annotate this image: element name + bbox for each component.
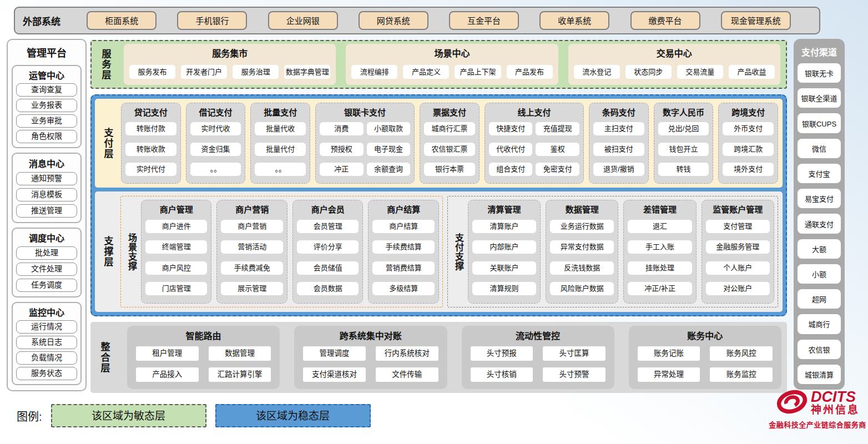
external-system-box: 网贷系统 (359, 11, 428, 30)
legend-stable-box: 该区域为稳态层 (215, 404, 371, 427)
payment-item: 快捷支付 (489, 122, 533, 135)
payment-item: 境外支付 (723, 163, 774, 176)
payment-item: 兑出/兑回 (658, 122, 709, 135)
dcits-swirl-icon (775, 389, 809, 417)
sidebar-item: 业务审批 (16, 114, 77, 128)
support-item: 支付管理 (706, 220, 770, 233)
payment-item: 组合支付 (489, 163, 533, 176)
integration-item: 汇路计算引擎 (209, 367, 271, 382)
integration-item: 产品接入 (136, 367, 199, 382)
integration-item: 账务监控 (710, 367, 773, 382)
payment-item: 被扫支付 (593, 143, 644, 156)
payment-column-title: 银联卡支付 (320, 105, 410, 119)
support-item: 手工入账 (628, 240, 692, 254)
support-item: 会员数据 (297, 282, 359, 295)
payment-items: 消费小额取款预授权电子现金冲正余额查询 (320, 119, 410, 179)
service-panel: 场景中心流程编排产品定义产品上下架产品发布 (346, 44, 558, 85)
integration-layer: 整合层 智能路由租户管理数据管理产品接入汇路计算引擎跨系统集中对账管理调度行内系… (90, 322, 787, 393)
support-column: 商户营销商户营销营销活动手续费减免展示管理 (216, 200, 287, 304)
support-column: 数据管理业务运行数据异常支付数据反洗钱数据风险账户数据 (546, 200, 618, 304)
integration-item: 异常处理 (638, 367, 700, 382)
payment-column: 跨境支付外币支付跨境汇款境外支付 (718, 103, 778, 184)
support-section-label: 支付支撑 (451, 200, 466, 304)
support-item: 门店管理 (145, 282, 207, 295)
support-item: 营销费结算 (372, 261, 434, 275)
dcits-name: 神州信息 (811, 404, 860, 416)
service-panel: 服务集市服务发布开发者门户服务治理数据字典管理 (124, 44, 336, 85)
sidebar-group-title: 调度中心 (15, 230, 78, 245)
support-items: 支付管理金融服务管理个人账户对公账户 (706, 216, 770, 299)
payment-item: 免密支付 (536, 163, 579, 176)
support-item: 个人账户 (706, 261, 770, 275)
integration-item: 头寸预报 (471, 346, 533, 361)
integration-item: 数据管理 (209, 346, 271, 361)
payment-column: 贷记支付转账付款转账收款实时代付 (121, 103, 181, 184)
integration-group: 账务中心账务记账账务风控异常处理账务监控 (629, 326, 781, 389)
payment-items: 实时代收资金归集。。 (190, 119, 241, 179)
payment-item: 小额取款 (367, 122, 411, 135)
support-items: 商户结算手续费结算营销费结算多级结算 (372, 216, 434, 299)
payment-channel-box: 支付宝 (798, 164, 841, 183)
integration-group: 流动性管控头寸预报头寸匡算头寸核销头寸预警 (462, 326, 614, 389)
service-panel: 交易中心流水登记状态同步交易流量产品收益 (568, 44, 780, 85)
support-item: 会员储值 (297, 261, 359, 275)
sidebar-group-title: 消息中心 (15, 156, 78, 170)
integration-item: 账务记账 (638, 346, 700, 361)
payment-column: 银联卡支付消费小额取款预授权电子现金冲正余额查询 (315, 103, 415, 184)
support-column: 商户管理商户进件终端管理商户风控门店管理 (141, 200, 211, 304)
sidebar-group: 运管中心查询查复业务报表业务审批角色权限 (12, 65, 82, 148)
integration-item: 行内系统核对 (376, 346, 438, 361)
support-item: 冲正/补正 (628, 282, 692, 295)
payment-item: 消费 (320, 122, 364, 135)
service-panel-items: 服务发布开发者门户服务治理数据字典管理 (129, 62, 330, 82)
sidebar-item: 任务调度 (16, 279, 77, 292)
sidebar-group: 监控中心运行情况系统日志负载情况服务状态 (12, 302, 82, 385)
support-item: 终端管理 (145, 240, 207, 254)
service-item: 状态同步 (625, 65, 672, 79)
support-item: 反洗钱数据 (550, 261, 614, 275)
payment-item: 。。 (190, 163, 241, 176)
support-section-label: 场景支撑 (124, 200, 139, 304)
support-column-title: 商户结算 (372, 202, 434, 216)
payment-column-title: 借记支付 (190, 105, 241, 119)
legend-agile-box: 该区域为敏态层 (51, 404, 206, 427)
payment-item: 余额查询 (367, 163, 411, 176)
support-item: 商户营销 (221, 220, 282, 233)
integration-group: 智能路由租户管理数据管理产品接入汇路计算引擎 (127, 326, 280, 389)
support-item: 挂账处理 (628, 261, 692, 275)
payment-channel-box: 城银清算 (798, 365, 841, 384)
service-panel-title: 服务集市 (129, 46, 330, 62)
external-systems-title: 外部系统 (23, 14, 60, 28)
stable-layer-container: 支付层 贷记支付转账付款转账收款实时代付借记支付实时代收资金归集。。批量支付批量… (90, 94, 787, 316)
support-items: 商户营销营销活动手续费减免展示管理 (221, 216, 282, 299)
payment-item: 鉴权 (536, 143, 579, 156)
legend-title: 图例: (17, 408, 42, 424)
payment-item: 。。 (255, 163, 306, 176)
service-panel-title: 场景中心 (351, 46, 552, 62)
payment-column: 票据支付城商行汇票农信银汇票银行本票 (420, 103, 480, 184)
payment-item: 电子现金 (367, 143, 411, 156)
external-system-box: 互金平台 (449, 11, 519, 30)
payment-item: 代收代付 (489, 143, 533, 156)
dcits-brand: DCITS (811, 390, 856, 404)
support-item: 手续费减免 (221, 261, 282, 275)
support-column-title: 商户会员 (297, 202, 359, 216)
support-item: 展示管理 (221, 282, 282, 295)
payment-channel-box: 大额 (798, 239, 841, 259)
legend: 图例: 该区域为敏态层 该区域为稳态层 (17, 404, 371, 427)
management-platform: 管理平台 运管中心查询查复业务报表业务审批角色权限消息中心通知预警消息模板推送管… (7, 39, 87, 391)
payment-column-title: 跨境支付 (723, 105, 774, 119)
support-column: 清算管理清算账户内部账户关联账户清算规则 (468, 200, 541, 304)
support-section: 支付支撑清算管理清算账户内部账户关联账户清算规则数据管理业务运行数据异常支付数据… (447, 196, 778, 307)
integration-item: 租户管理 (136, 346, 199, 361)
service-item: 流程编排 (351, 65, 397, 79)
service-item: 产品上下架 (455, 65, 501, 79)
service-item: 服务治理 (233, 65, 279, 79)
sidebar-group: 消息中心通知预警消息模板推送管理 (12, 153, 82, 223)
sidebar-item: 通知预警 (16, 172, 77, 185)
payment-column: 借记支付实时代收资金归集。。 (186, 103, 246, 184)
support-column-title: 差错管理 (628, 202, 692, 216)
integration-item: 管理调度 (303, 346, 366, 361)
payment-items: 批量代收批量代付。。 (255, 119, 306, 179)
payment-item: 批量代付 (255, 143, 306, 156)
